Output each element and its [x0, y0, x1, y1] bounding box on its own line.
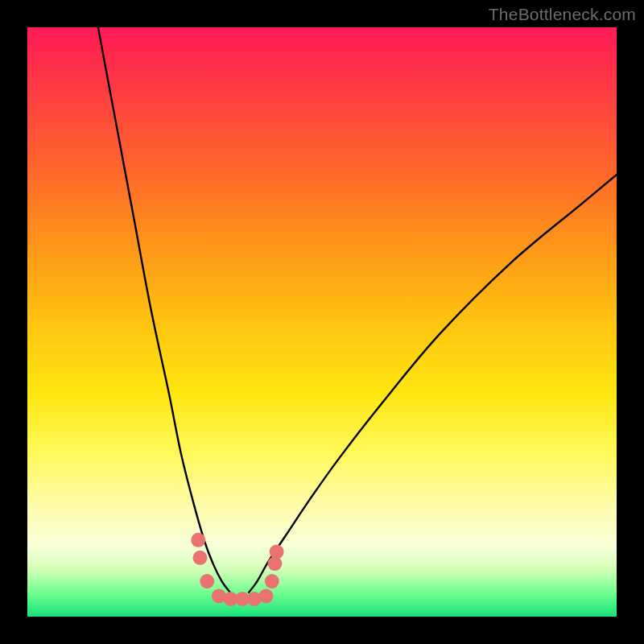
- data-point: [200, 574, 214, 588]
- data-point: [192, 551, 207, 565]
- chart-frame: TheBottleneck.com: [0, 0, 644, 644]
- plot-area: [27, 27, 617, 617]
- chart-svg: [27, 27, 617, 617]
- data-point: [265, 574, 279, 588]
- data-point: [258, 588, 273, 603]
- data-point: [191, 533, 205, 547]
- data-point: [270, 544, 284, 559]
- curve-right-branch: [249, 175, 617, 593]
- watermark-label: TheBottleneck.com: [489, 5, 636, 24]
- curve-left-branch: [98, 27, 231, 593]
